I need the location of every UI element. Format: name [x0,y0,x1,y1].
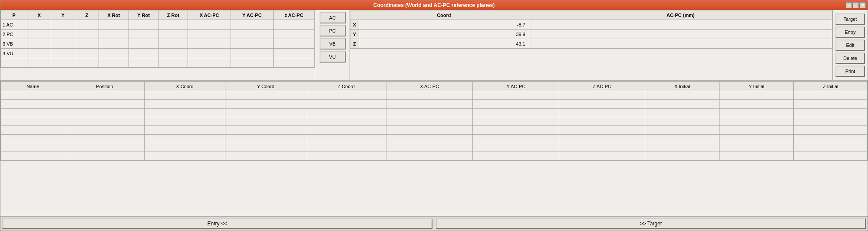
cell-yacpc [231,20,273,30]
header-y: Y [51,10,75,20]
coord-header-acpc: AC-PC (mm) [529,10,832,20]
cell-x [27,30,51,39]
nav-buttons-section: AC PC VB VU [315,10,350,80]
cell-zrot [158,20,188,30]
action-buttons-section: Target Entry Edit Delete Print [833,10,868,80]
vb-button[interactable]: VB [320,38,346,50]
bottom-table-header-row: Name Position X Coord Y Coord Z Coord X … [1,82,868,91]
cell-yacpc [231,30,273,39]
window-title: Coordinates (World and AC-PC reference p… [373,2,495,8]
bottom-header-ycoord: Y Coord [225,82,306,91]
maximize-button[interactable]: □ [853,2,859,8]
coord-row: Y -39.9 [350,30,832,39]
axis-label: X [350,20,359,30]
table-row-empty [1,58,315,68]
bottom-table-row [1,143,868,152]
entry-button[interactable]: Entry [835,26,865,38]
cell-zrot [158,39,188,49]
row-label: 2 PC [1,30,27,39]
coord-section: Coord AC-PC (mm) X -8.7 Y -39.9 Z 43.1 [350,10,833,80]
cell-xrot [99,39,129,49]
cell-zacpc [273,20,314,30]
cell-zrot [158,49,188,58]
header-z: Z [75,10,99,20]
vu-button[interactable]: VU [320,51,346,63]
footer-target-button[interactable]: >> Target [436,218,866,229]
bottom-header-zacpc: Z AC-PC [559,82,645,91]
cell-zacpc [273,49,314,58]
edit-button[interactable]: Edit [835,40,865,51]
cell-yacpc [231,49,273,58]
coord-header-axis [350,10,359,20]
print-button[interactable]: Print [835,66,865,77]
cell-xacpc [188,30,231,39]
window-controls: ─ □ ✕ [846,2,866,8]
top-section: P X Y Z X Rot Y Rot Z Rot X AC-PC Y AC-P… [0,10,868,81]
header-yrot: Y Rot [129,10,158,20]
acpc-value [529,30,832,39]
cell-zacpc [273,39,314,49]
cell-z [75,49,99,58]
header-x: X [27,10,51,20]
bottom-table-row [1,135,868,143]
bottom-header-yinitial: Y Initial [719,82,794,91]
cell-yrot [129,20,158,30]
ac-button[interactable]: AC [320,12,346,23]
coord-row: Z 43.1 [350,39,832,49]
cell-xacpc [188,49,231,58]
row-label: 1 AC [1,20,27,30]
table-row: 4 VU [1,49,315,58]
coord-header-coord: Coord [359,10,529,20]
bottom-table-row [1,109,868,117]
target-button[interactable]: Target [835,13,865,25]
bottom-table-row [1,117,868,126]
table-row: 3 VB [1,39,315,49]
header-yacpc: Y AC-PC [231,10,273,20]
acpc-value [529,39,832,49]
title-bar: Coordinates (World and AC-PC reference p… [0,0,868,10]
axis-label: Z [350,39,359,49]
pc-button[interactable]: PC [320,25,346,36]
left-table-area: P X Y Z X Rot Y Rot Z Rot X AC-PC Y AC-P… [0,10,315,80]
cell-z [75,30,99,39]
bottom-header-xinitial: X Initial [645,82,719,91]
axis-label: Y [350,30,359,39]
cell-yrot [129,30,158,39]
bottom-table-row [1,91,868,100]
cell-y [51,39,75,49]
cell-y [51,30,75,39]
cell-x [27,49,51,58]
close-button[interactable]: ✕ [860,2,866,8]
cell-xrot [99,30,129,39]
targets-table: Name Position X Coord Y Coord Z Coord X … [0,81,868,161]
cell-xacpc [188,20,231,30]
footer: Entry << >> Target [0,216,868,231]
header-zacpc: z AC-PC [273,10,314,20]
header-p: P [1,10,27,20]
footer-entry-button[interactable]: Entry << [2,218,432,229]
header-xrot: X Rot [99,10,129,20]
cell-zrot [158,30,188,39]
table-header-row: P X Y Z X Rot Y Rot Z Rot X AC-PC Y AC-P… [1,10,315,20]
coord-value: 43.1 [359,39,529,49]
cell-y [51,20,75,30]
bottom-header-position: Position [65,82,144,91]
coord-value: -39.9 [359,30,529,39]
cell-x [27,20,51,30]
delete-button[interactable]: Delete [835,53,865,64]
cell-x [27,39,51,49]
bottom-table-row [1,152,868,161]
bottom-table-area: Name Position X Coord Y Coord Z Coord X … [0,81,868,216]
cell-zacpc [273,30,314,39]
acpc-value [529,20,832,30]
bottom-table-row [1,126,868,135]
coord-table: Coord AC-PC (mm) X -8.7 Y -39.9 Z 43.1 [350,10,832,49]
bottom-header-xcoord: X Coord [144,82,225,91]
cell-z [75,20,99,30]
cell-yrot [129,39,158,49]
reference-points-table: P X Y Z X Rot Y Rot Z Rot X AC-PC Y AC-P… [0,10,315,68]
table-row: 1 AC [1,20,315,30]
coord-header-row: Coord AC-PC (mm) [350,10,832,20]
minimize-button[interactable]: ─ [846,2,852,8]
cell-yrot [129,49,158,58]
